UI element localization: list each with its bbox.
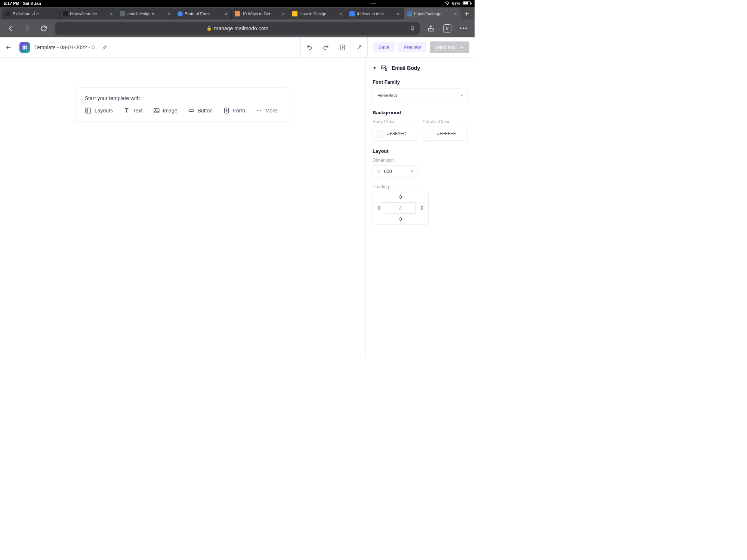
share-button[interactable] bbox=[425, 23, 436, 34]
battery-icon bbox=[463, 1, 471, 5]
separator bbox=[367, 37, 368, 58]
option-button[interactable]: Button bbox=[188, 107, 213, 114]
close-icon[interactable]: × bbox=[109, 11, 114, 17]
close-icon[interactable]: × bbox=[166, 11, 171, 17]
close-icon[interactable]: × bbox=[453, 11, 458, 17]
tab-count-label: 8 bbox=[443, 24, 451, 33]
padding-lock-toggle[interactable] bbox=[386, 202, 416, 214]
padding-control[interactable]: 0 0 0 0 bbox=[373, 192, 429, 225]
browser-tabs-bar: Skillshare - Le https://learn.ke × email… bbox=[0, 7, 475, 19]
lock-icon: 🔒 bbox=[206, 26, 212, 31]
body-color-picker[interactable]: #F8FAFC bbox=[373, 127, 418, 141]
browser-tab[interactable]: 10 Ways to Get × bbox=[232, 8, 289, 19]
close-icon[interactable]: × bbox=[224, 11, 228, 17]
padding-label: Padding bbox=[373, 184, 468, 189]
more-icon bbox=[256, 107, 262, 114]
favicon-icon bbox=[407, 11, 412, 16]
redo-button[interactable] bbox=[317, 37, 334, 58]
svg-rect-4 bbox=[24, 45, 25, 49]
chevron-down-icon: ▾ bbox=[411, 169, 413, 174]
editor-canvas[interactable]: Start your template with : Layouts Text … bbox=[0, 58, 365, 356]
url-bar[interactable]: 🔒 manage.mailmodo.com bbox=[55, 22, 420, 35]
undo-button[interactable] bbox=[301, 37, 317, 58]
properties-sidebar: ▼ Email Body Font Family Helvetica ▾ Bac… bbox=[365, 58, 475, 356]
arrow-right-icon bbox=[459, 45, 464, 50]
option-form[interactable]: Form bbox=[223, 107, 245, 114]
close-icon[interactable]: × bbox=[281, 11, 285, 17]
reload-button[interactable] bbox=[38, 23, 49, 34]
panel-header[interactable]: ▼ Email Body bbox=[373, 64, 468, 72]
chevron-down-icon: ▾ bbox=[461, 93, 463, 98]
tab-title: https://learn.ke bbox=[70, 12, 107, 16]
start-card: Start your template with : Layouts Text … bbox=[76, 87, 289, 122]
tab-title: 4 Ideas to desi bbox=[357, 12, 393, 16]
globe-icon bbox=[5, 11, 10, 16]
browser-tab-active[interactable]: https://manage × bbox=[404, 8, 462, 19]
close-icon[interactable]: × bbox=[396, 11, 400, 17]
canvas-color-picker[interactable]: #FFFFFF bbox=[423, 127, 468, 141]
svg-point-13 bbox=[259, 110, 259, 111]
option-label: More bbox=[265, 108, 277, 114]
browser-tab[interactable]: Skillshare - Le bbox=[2, 8, 60, 19]
favicon-icon bbox=[63, 11, 68, 16]
svg-rect-10 bbox=[189, 110, 194, 112]
browser-tab[interactable]: How to Design × bbox=[289, 8, 347, 19]
swatch-icon bbox=[427, 130, 434, 137]
start-title: Start your template with : bbox=[85, 95, 281, 101]
option-label: Layouts bbox=[95, 108, 113, 114]
padding-left-input[interactable]: 0 bbox=[373, 202, 386, 214]
mic-icon[interactable] bbox=[410, 25, 416, 31]
option-layouts[interactable]: Layouts bbox=[85, 107, 113, 114]
padding-top-input[interactable]: 0 bbox=[373, 192, 428, 202]
browser-tab[interactable]: State of Email × bbox=[175, 8, 232, 19]
app-back-button[interactable] bbox=[5, 44, 19, 51]
padding-bottom-input[interactable]: 0 bbox=[373, 214, 428, 224]
magic-button[interactable] bbox=[351, 37, 367, 58]
font-family-select[interactable]: Helvetica ▾ bbox=[373, 89, 468, 102]
svg-rect-1 bbox=[412, 26, 413, 29]
caret-down-icon: ▼ bbox=[373, 66, 377, 70]
svg-point-14 bbox=[260, 110, 261, 111]
dimension-select[interactable]: W 600 ▾ bbox=[373, 165, 417, 177]
browser-tab[interactable]: 4 Ideas to desi × bbox=[346, 8, 404, 19]
option-more[interactable]: More bbox=[256, 107, 277, 114]
option-image[interactable]: Image bbox=[153, 107, 178, 114]
send-mail-label: Send Mail bbox=[435, 44, 457, 50]
option-text[interactable]: Text bbox=[123, 107, 143, 114]
preview-button[interactable]: Preview bbox=[398, 42, 426, 52]
body-color-label: Body Color bbox=[373, 119, 418, 124]
app-logo-icon bbox=[19, 42, 30, 53]
new-tab-button[interactable]: + bbox=[461, 7, 472, 19]
favicon-icon bbox=[120, 11, 125, 16]
nav-back-button[interactable] bbox=[5, 23, 16, 34]
tab-title: email design b bbox=[127, 12, 164, 16]
option-label: Image bbox=[163, 108, 178, 114]
tab-count-button[interactable]: 8 bbox=[442, 23, 453, 34]
edit-name-icon[interactable] bbox=[102, 45, 107, 50]
svg-rect-3 bbox=[23, 45, 24, 49]
status-handle-icon: ••• bbox=[370, 1, 377, 6]
swatch-icon bbox=[377, 130, 384, 137]
save-button[interactable]: Save bbox=[373, 42, 395, 52]
nav-forward-button[interactable] bbox=[22, 23, 33, 34]
browser-tab[interactable]: email design b × bbox=[117, 8, 175, 19]
notes-button[interactable] bbox=[334, 37, 351, 58]
layouts-icon bbox=[85, 107, 92, 114]
send-mail-button[interactable]: Send Mail bbox=[430, 41, 469, 53]
favicon-icon bbox=[292, 11, 297, 16]
background-label: Background bbox=[373, 110, 468, 115]
status-date: Sat 8 Jan bbox=[23, 1, 41, 6]
dimension-value: 600 bbox=[384, 168, 408, 174]
close-icon[interactable]: × bbox=[339, 11, 343, 17]
start-options: Layouts Text Image Button bbox=[85, 107, 281, 114]
option-label: Button bbox=[198, 108, 213, 114]
padding-right-input[interactable]: 0 bbox=[416, 202, 428, 214]
browser-tab[interactable]: https://learn.ke × bbox=[60, 8, 117, 19]
wifi-icon bbox=[445, 1, 450, 5]
tab-title: State of Email bbox=[185, 12, 222, 16]
dimension-prefix: W bbox=[377, 169, 381, 174]
tab-title: Skillshare - Le bbox=[13, 12, 56, 16]
favicon-icon bbox=[235, 11, 240, 16]
more-menu-button[interactable]: ••• bbox=[458, 23, 469, 34]
template-name: Template - 08-01-2022 - 0... bbox=[34, 44, 99, 50]
